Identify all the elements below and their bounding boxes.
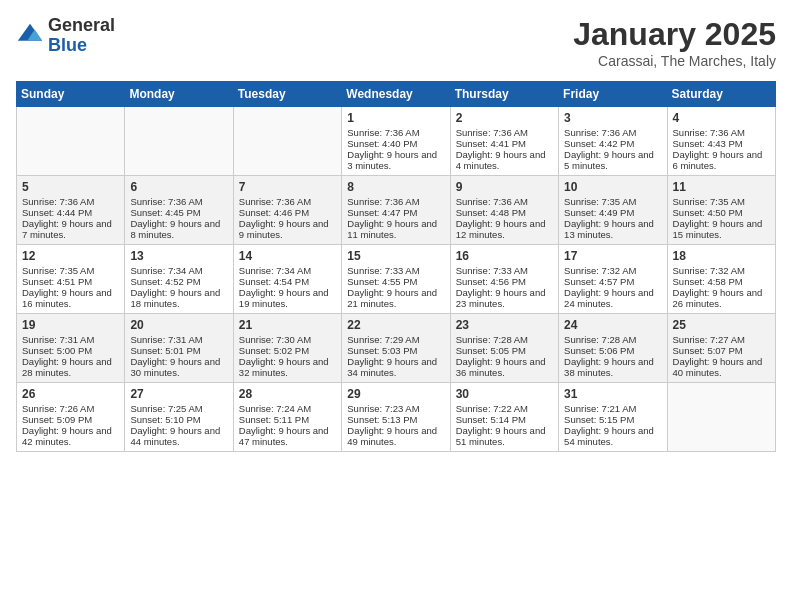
day-info: Daylight: 9 hours and 18 minutes. (130, 287, 227, 309)
day-info: Sunrise: 7:32 AM (673, 265, 770, 276)
day-info: Daylight: 9 hours and 40 minutes. (673, 356, 770, 378)
location: Carassai, The Marches, Italy (573, 53, 776, 69)
calendar-cell: 16Sunrise: 7:33 AMSunset: 4:56 PMDayligh… (450, 245, 558, 314)
calendar-cell: 24Sunrise: 7:28 AMSunset: 5:06 PMDayligh… (559, 314, 667, 383)
day-info: Sunset: 5:03 PM (347, 345, 444, 356)
day-info: Sunrise: 7:30 AM (239, 334, 336, 345)
day-info: Daylight: 9 hours and 6 minutes. (673, 149, 770, 171)
day-number: 16 (456, 249, 553, 263)
day-info: Daylight: 9 hours and 38 minutes. (564, 356, 661, 378)
day-info: Daylight: 9 hours and 51 minutes. (456, 425, 553, 447)
calendar-cell (667, 383, 775, 452)
calendar-cell: 20Sunrise: 7:31 AMSunset: 5:01 PMDayligh… (125, 314, 233, 383)
day-info: Sunrise: 7:36 AM (456, 127, 553, 138)
day-info: Sunrise: 7:28 AM (564, 334, 661, 345)
weekday-saturday: Saturday (667, 82, 775, 107)
day-info: Sunset: 4:56 PM (456, 276, 553, 287)
day-info: Sunrise: 7:21 AM (564, 403, 661, 414)
day-info: Sunset: 5:00 PM (22, 345, 119, 356)
calendar-cell: 18Sunrise: 7:32 AMSunset: 4:58 PMDayligh… (667, 245, 775, 314)
day-info: Daylight: 9 hours and 5 minutes. (564, 149, 661, 171)
calendar-cell (125, 107, 233, 176)
calendar-cell: 11Sunrise: 7:35 AMSunset: 4:50 PMDayligh… (667, 176, 775, 245)
calendar-cell: 19Sunrise: 7:31 AMSunset: 5:00 PMDayligh… (17, 314, 125, 383)
day-info: Daylight: 9 hours and 9 minutes. (239, 218, 336, 240)
weekday-monday: Monday (125, 82, 233, 107)
calendar-cell: 12Sunrise: 7:35 AMSunset: 4:51 PMDayligh… (17, 245, 125, 314)
day-number: 30 (456, 387, 553, 401)
day-number: 13 (130, 249, 227, 263)
day-number: 2 (456, 111, 553, 125)
day-info: Sunset: 4:46 PM (239, 207, 336, 218)
day-info: Sunset: 5:07 PM (673, 345, 770, 356)
calendar-cell: 1Sunrise: 7:36 AMSunset: 4:40 PMDaylight… (342, 107, 450, 176)
day-info: Sunset: 4:49 PM (564, 207, 661, 218)
day-info: Sunset: 5:06 PM (564, 345, 661, 356)
day-number: 9 (456, 180, 553, 194)
day-number: 12 (22, 249, 119, 263)
calendar-cell: 22Sunrise: 7:29 AMSunset: 5:03 PMDayligh… (342, 314, 450, 383)
day-info: Daylight: 9 hours and 24 minutes. (564, 287, 661, 309)
week-row-0: 1Sunrise: 7:36 AMSunset: 4:40 PMDaylight… (17, 107, 776, 176)
day-number: 31 (564, 387, 661, 401)
day-info: Sunset: 5:13 PM (347, 414, 444, 425)
day-info: Sunrise: 7:26 AM (22, 403, 119, 414)
day-info: Sunrise: 7:23 AM (347, 403, 444, 414)
calendar-cell: 23Sunrise: 7:28 AMSunset: 5:05 PMDayligh… (450, 314, 558, 383)
day-info: Sunset: 4:42 PM (564, 138, 661, 149)
day-info: Sunrise: 7:36 AM (673, 127, 770, 138)
week-row-1: 5Sunrise: 7:36 AMSunset: 4:44 PMDaylight… (17, 176, 776, 245)
day-number: 22 (347, 318, 444, 332)
calendar-cell (17, 107, 125, 176)
calendar-cell: 25Sunrise: 7:27 AMSunset: 5:07 PMDayligh… (667, 314, 775, 383)
calendar-cell: 4Sunrise: 7:36 AMSunset: 4:43 PMDaylight… (667, 107, 775, 176)
week-row-2: 12Sunrise: 7:35 AMSunset: 4:51 PMDayligh… (17, 245, 776, 314)
day-info: Sunset: 4:52 PM (130, 276, 227, 287)
day-number: 14 (239, 249, 336, 263)
day-info: Sunrise: 7:32 AM (564, 265, 661, 276)
weekday-tuesday: Tuesday (233, 82, 341, 107)
day-info: Sunset: 4:48 PM (456, 207, 553, 218)
day-info: Sunset: 4:51 PM (22, 276, 119, 287)
day-info: Daylight: 9 hours and 34 minutes. (347, 356, 444, 378)
day-info: Daylight: 9 hours and 3 minutes. (347, 149, 444, 171)
logo-text: General Blue (48, 16, 115, 56)
calendar-cell: 28Sunrise: 7:24 AMSunset: 5:11 PMDayligh… (233, 383, 341, 452)
calendar-cell: 13Sunrise: 7:34 AMSunset: 4:52 PMDayligh… (125, 245, 233, 314)
day-info: Sunrise: 7:35 AM (564, 196, 661, 207)
calendar-cell (233, 107, 341, 176)
day-info: Sunset: 4:50 PM (673, 207, 770, 218)
day-info: Daylight: 9 hours and 23 minutes. (456, 287, 553, 309)
day-info: Daylight: 9 hours and 8 minutes. (130, 218, 227, 240)
calendar-cell: 26Sunrise: 7:26 AMSunset: 5:09 PMDayligh… (17, 383, 125, 452)
day-info: Sunrise: 7:31 AM (22, 334, 119, 345)
day-number: 11 (673, 180, 770, 194)
day-number: 18 (673, 249, 770, 263)
day-info: Sunset: 5:11 PM (239, 414, 336, 425)
day-number: 4 (673, 111, 770, 125)
day-number: 24 (564, 318, 661, 332)
day-number: 8 (347, 180, 444, 194)
day-info: Sunset: 4:54 PM (239, 276, 336, 287)
day-info: Daylight: 9 hours and 15 minutes. (673, 218, 770, 240)
day-number: 21 (239, 318, 336, 332)
day-info: Sunrise: 7:36 AM (130, 196, 227, 207)
day-number: 3 (564, 111, 661, 125)
day-info: Daylight: 9 hours and 32 minutes. (239, 356, 336, 378)
day-info: Sunrise: 7:36 AM (564, 127, 661, 138)
day-number: 28 (239, 387, 336, 401)
day-number: 15 (347, 249, 444, 263)
day-info: Sunset: 5:09 PM (22, 414, 119, 425)
calendar-table: SundayMondayTuesdayWednesdayThursdayFrid… (16, 81, 776, 452)
day-info: Sunrise: 7:27 AM (673, 334, 770, 345)
calendar-cell: 9Sunrise: 7:36 AMSunset: 4:48 PMDaylight… (450, 176, 558, 245)
weekday-sunday: Sunday (17, 82, 125, 107)
title-block: January 2025 Carassai, The Marches, Ital… (573, 16, 776, 69)
day-info: Sunrise: 7:34 AM (239, 265, 336, 276)
day-info: Daylight: 9 hours and 42 minutes. (22, 425, 119, 447)
calendar-cell: 8Sunrise: 7:36 AMSunset: 4:47 PMDaylight… (342, 176, 450, 245)
page-header: General Blue January 2025 Carassai, The … (16, 16, 776, 69)
day-info: Sunset: 4:43 PM (673, 138, 770, 149)
day-number: 6 (130, 180, 227, 194)
day-info: Sunset: 4:55 PM (347, 276, 444, 287)
